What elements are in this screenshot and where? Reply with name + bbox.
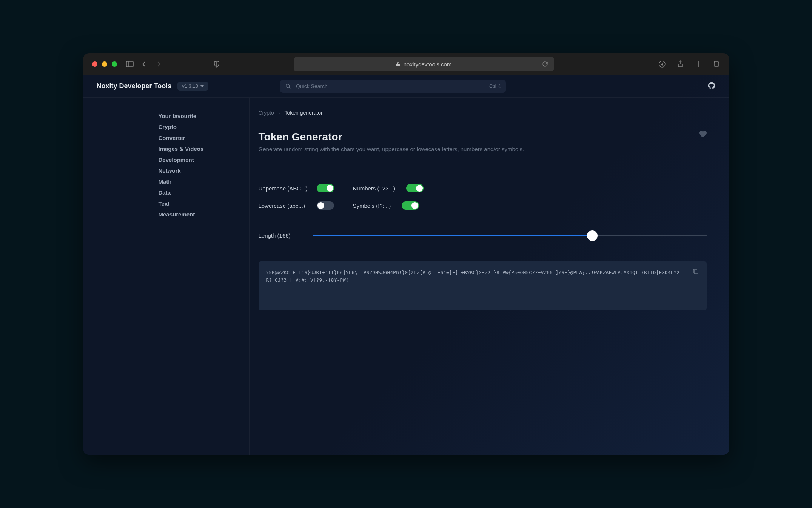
toggle-label: Numbers (123...) xyxy=(353,185,401,192)
browser-window: noxitydevtools.com Noxity Developer Tool… xyxy=(83,53,729,455)
search-icon xyxy=(285,84,291,89)
toggle-numbers-switch[interactable] xyxy=(406,184,424,192)
length-slider-row: Length (166) xyxy=(259,232,707,239)
url-text: noxitydevtools.com xyxy=(404,61,452,68)
search-input[interactable] xyxy=(296,83,484,89)
forward-button-icon[interactable] xyxy=(155,60,162,68)
maximize-window-button[interactable] xyxy=(112,61,117,67)
toggle-lowercase: Lowercase (abc...) xyxy=(259,201,353,210)
version-text: v1.3.10 xyxy=(182,83,198,89)
app-area: Noxity Developer Tools v1.3.10 Ctrl K xyxy=(83,75,729,455)
browser-nav xyxy=(126,60,162,68)
chevron-down-icon xyxy=(200,85,204,87)
page-title: Token Generator xyxy=(259,131,524,143)
sidebar-item-math[interactable]: Math xyxy=(159,176,249,187)
sidebar-item-measurement[interactable]: Measurement xyxy=(159,209,249,220)
app-header: Noxity Developer Tools v1.3.10 Ctrl K xyxy=(83,75,729,98)
length-slider[interactable] xyxy=(313,235,707,236)
breadcrumb: Crypto › Token generator xyxy=(259,110,707,116)
sidebar-item-text[interactable]: Text xyxy=(159,198,249,209)
chevron-right-icon: › xyxy=(279,111,280,115)
shield-icon[interactable] xyxy=(213,60,220,68)
traffic-lights xyxy=(92,61,117,67)
toggle-lowercase-switch[interactable] xyxy=(317,201,334,210)
favourite-heart-icon[interactable] xyxy=(699,131,707,139)
slider-thumb[interactable] xyxy=(587,230,598,241)
reload-icon[interactable] xyxy=(541,60,549,68)
sidebar-item-converter[interactable]: Converter xyxy=(159,132,249,143)
svg-point-4 xyxy=(286,84,289,87)
page-title-row: Token Generator Generate random string w… xyxy=(259,131,707,183)
toggle-numbers: Numbers (123...) xyxy=(353,184,447,192)
shortcut-badge: Ctrl K xyxy=(489,84,501,89)
toggle-label: Lowercase (abc...) xyxy=(259,203,311,209)
toggle-symbols-switch[interactable] xyxy=(402,201,419,210)
svg-rect-3 xyxy=(714,62,719,66)
github-icon[interactable] xyxy=(707,81,716,91)
svg-rect-5 xyxy=(694,270,698,274)
app-body: Your favourite Crypto Converter Images &… xyxy=(83,98,729,455)
downloads-icon[interactable] xyxy=(658,60,666,68)
theme-toggle-icon[interactable] xyxy=(692,82,699,91)
sidebar-item-data[interactable]: Data xyxy=(159,187,249,198)
back-button-icon[interactable] xyxy=(140,60,148,68)
sidebar-item-crypto[interactable]: Crypto xyxy=(159,121,249,132)
lock-icon xyxy=(396,61,401,67)
sidebar-item-network[interactable]: Network xyxy=(159,165,249,176)
slider-fill xyxy=(313,235,593,236)
header-right xyxy=(692,81,716,91)
breadcrumb-crypto[interactable]: Crypto xyxy=(259,110,274,116)
page-description: Generate random string with the chars yo… xyxy=(259,146,524,152)
minimize-window-button[interactable] xyxy=(102,61,107,67)
sidebar: Your favourite Crypto Converter Images &… xyxy=(83,98,250,455)
browser-right-icons xyxy=(658,60,720,68)
breadcrumb-current: Token generator xyxy=(284,110,322,116)
sidebar-item-development[interactable]: Development xyxy=(159,154,249,165)
toggle-label: Uppercase (ABC...) xyxy=(259,185,311,192)
output-box: \5K@WZKC-F|L'S}UJKI+"TI}66]YL6\-TPSZ9HWJ… xyxy=(259,261,707,310)
new-tab-icon[interactable] xyxy=(695,60,702,68)
slider-label: Length (166) xyxy=(259,232,295,239)
close-window-button[interactable] xyxy=(92,61,97,67)
tabs-icon[interactable] xyxy=(713,60,720,68)
svg-rect-0 xyxy=(126,61,133,67)
search-container[interactable]: Ctrl K xyxy=(280,80,506,93)
browser-chrome: noxitydevtools.com xyxy=(83,53,729,75)
sidebar-item-images-videos[interactable]: Images & Videos xyxy=(159,143,249,154)
toggle-uppercase-switch[interactable] xyxy=(317,184,334,192)
main-content: Crypto › Token generator Token Generator… xyxy=(250,98,729,455)
copy-icon[interactable] xyxy=(692,268,700,276)
address-bar[interactable]: noxitydevtools.com xyxy=(294,57,554,71)
toggles-grid: Uppercase (ABC...) Numbers (123...) Lowe… xyxy=(259,184,707,210)
share-icon[interactable] xyxy=(676,60,684,68)
version-badge[interactable]: v1.3.10 xyxy=(177,82,208,91)
output-value: \5K@WZKC-F|L'S}UJKI+"TI}66]YL6\-TPSZ9HWJ… xyxy=(266,270,680,283)
toggle-label: Symbols (!?:...) xyxy=(353,203,396,209)
toggle-uppercase: Uppercase (ABC...) xyxy=(259,184,353,192)
toggle-symbols: Symbols (!?:...) xyxy=(353,201,447,210)
sidebar-item-favourite[interactable]: Your favourite xyxy=(159,111,249,121)
app-title: Noxity Developer Tools xyxy=(97,82,172,90)
sidebar-toggle-icon[interactable] xyxy=(126,60,134,68)
